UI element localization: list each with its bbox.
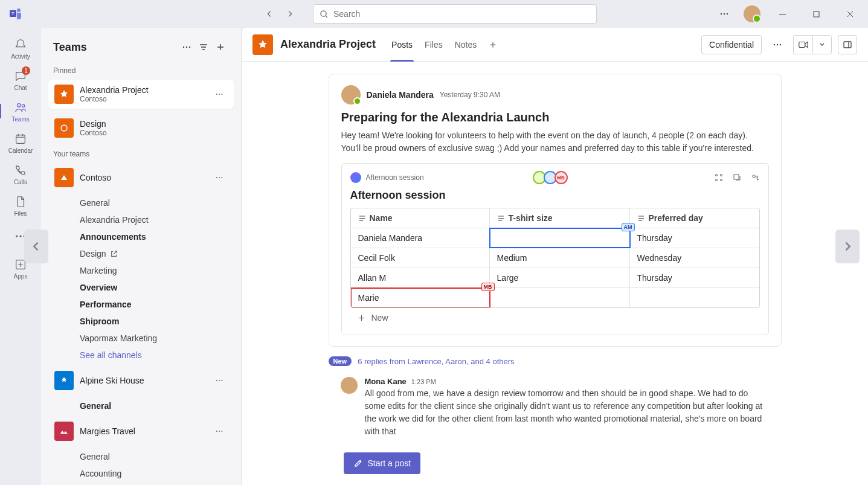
- channel-announcements[interactable]: Announcements: [41, 228, 241, 245]
- search-box[interactable]: [313, 4, 597, 24]
- cell[interactable]: Wednesday: [630, 248, 759, 268]
- rail-files[interactable]: Files: [4, 191, 37, 220]
- channel-general[interactable]: General: [41, 194, 241, 211]
- new-badge: New: [329, 356, 352, 366]
- replies-summary[interactable]: 6 replies from Lawrence, Aaron, and 4 ot…: [358, 357, 514, 366]
- reply-author[interactable]: Mona Kane: [365, 377, 407, 386]
- rail-calls[interactable]: Calls: [4, 159, 37, 188]
- loop-copy-icon[interactable]: [732, 173, 742, 182]
- svg-point-32: [777, 43, 778, 45]
- tab-files[interactable]: Files: [419, 28, 449, 62]
- channel-marketing[interactable]: Marketing: [41, 262, 241, 279]
- add-tab-button[interactable]: [483, 28, 503, 62]
- forward-button[interactable]: [281, 5, 298, 22]
- post-author-avatar[interactable]: [341, 85, 361, 104]
- sidebar-more-button[interactable]: [178, 39, 195, 56]
- loop-share-icon[interactable]: [750, 173, 760, 182]
- team-margies[interactable]: Margies Travel: [48, 417, 234, 446]
- tab-notes[interactable]: Notes: [449, 28, 483, 62]
- filter-button[interactable]: [195, 39, 212, 56]
- create-team-button[interactable]: [212, 39, 229, 56]
- presence-stack: MB: [533, 171, 568, 184]
- close-button[interactable]: [838, 4, 862, 24]
- table-row[interactable]: Cecil Folk Medium Wednesday: [351, 248, 759, 268]
- svg-rect-40: [734, 175, 739, 179]
- channel-performance[interactable]: Performance: [41, 296, 241, 313]
- channel-vapormax[interactable]: Vapormax Marketing: [41, 330, 241, 347]
- pinned-design[interactable]: DesignContoso: [48, 114, 234, 143]
- channel-margies-general[interactable]: General: [41, 448, 241, 465]
- rail-teams[interactable]: Teams: [4, 97, 37, 126]
- add-row-button[interactable]: New: [350, 308, 760, 327]
- user-avatar[interactable]: [744, 5, 760, 22]
- svg-rect-34: [799, 42, 805, 47]
- svg-point-26: [219, 380, 220, 381]
- start-post-button[interactable]: Start a post: [344, 452, 421, 474]
- settings-more-button[interactable]: [715, 4, 734, 24]
- back-button[interactable]: [261, 5, 278, 22]
- cell[interactable]: Large: [490, 268, 630, 287]
- col-name: Name: [351, 208, 490, 228]
- rail-activity[interactable]: Activity: [4, 34, 37, 63]
- channel-alexandria[interactable]: Alexandria Project: [41, 211, 241, 228]
- table-row[interactable]: Daniela Mandera AM Thursday: [351, 228, 759, 248]
- svg-rect-10: [16, 135, 25, 143]
- cell[interactable]: Daniela Mandera: [351, 228, 490, 248]
- loop-grid-icon[interactable]: [714, 173, 724, 182]
- svg-point-25: [216, 380, 217, 381]
- see-all-channels[interactable]: See all channels: [41, 347, 241, 364]
- rail-chat[interactable]: Chat1: [4, 65, 37, 94]
- search-input[interactable]: [333, 9, 590, 19]
- pinned-sub: Contoso: [80, 95, 211, 103]
- cell[interactable]: Medium: [490, 248, 630, 268]
- cell[interactable]: Thursday: [630, 228, 759, 248]
- team-alpine[interactable]: Alpine Ski House: [48, 366, 234, 395]
- table-row[interactable]: Allan M Large Thursday: [351, 268, 759, 288]
- reply-message: Mona Kane1:23 PM All good from me, we ha…: [329, 372, 782, 443]
- prev-nav-button[interactable]: [24, 230, 48, 263]
- loop-component[interactable]: Afternoon session MB Afternoon session: [341, 163, 769, 335]
- cell[interactable]: Cecil Folk: [351, 248, 490, 268]
- team-icon: [54, 422, 74, 441]
- team-more[interactable]: [211, 423, 228, 440]
- cell-editing[interactable]: MarieMB: [351, 288, 490, 307]
- svg-point-12: [19, 235, 21, 237]
- cell[interactable]: Allan M: [351, 268, 490, 287]
- channel-shiproom[interactable]: Shiproom: [41, 313, 241, 330]
- meet-button[interactable]: [793, 35, 812, 54]
- cell[interactable]: Thursday: [630, 268, 759, 287]
- pinned-alexandria[interactable]: Alexandria ProjectContoso: [48, 80, 234, 109]
- cell[interactable]: [630, 288, 759, 307]
- minimize-button[interactable]: [770, 4, 794, 24]
- team-more[interactable]: [211, 372, 228, 389]
- rail-calendar[interactable]: Calendar: [4, 128, 37, 157]
- reply-avatar[interactable]: [341, 377, 358, 394]
- maximize-button[interactable]: [804, 4, 828, 24]
- meet-dropdown[interactable]: [812, 35, 832, 54]
- team-contoso[interactable]: Contoso: [48, 163, 234, 192]
- loop-icon: [350, 172, 361, 183]
- reply-body: All good from me, we have a design revie…: [365, 387, 770, 438]
- teams-sidebar: Teams Pinned Alexandria ProjectContoso D…: [41, 28, 242, 485]
- pinned-item-more[interactable]: [211, 86, 228, 103]
- channel-design[interactable]: Design: [41, 245, 241, 262]
- cell[interactable]: [490, 288, 630, 307]
- loop-table[interactable]: Name T-shirt size Preferred day Daniela …: [350, 208, 760, 308]
- post-body: Hey team! We're looking for volunteers t…: [341, 129, 769, 155]
- presence-avatar[interactable]: MB: [555, 171, 568, 184]
- team-name: Contoso: [80, 173, 211, 182]
- post-card: Daniela Mandera Yesterday 9:30 AM Prepar…: [329, 74, 782, 347]
- table-row[interactable]: MarieMB: [351, 288, 759, 307]
- channel-margies-accounting[interactable]: Accounting: [41, 465, 241, 482]
- channel-more-button[interactable]: [768, 35, 787, 54]
- cell-active[interactable]: AM: [490, 228, 630, 248]
- channel-overview[interactable]: Overview: [41, 279, 241, 296]
- tab-posts[interactable]: Posts: [385, 28, 419, 62]
- team-more[interactable]: [211, 169, 228, 186]
- panel-toggle-button[interactable]: [838, 35, 857, 54]
- next-nav-button[interactable]: [835, 230, 860, 263]
- channel-alpine-general[interactable]: General: [41, 397, 241, 414]
- confidential-button[interactable]: Confidential: [701, 35, 762, 54]
- post-author[interactable]: Daniela Mandera: [367, 90, 434, 100]
- reply-time: 1:23 PM: [411, 378, 436, 385]
